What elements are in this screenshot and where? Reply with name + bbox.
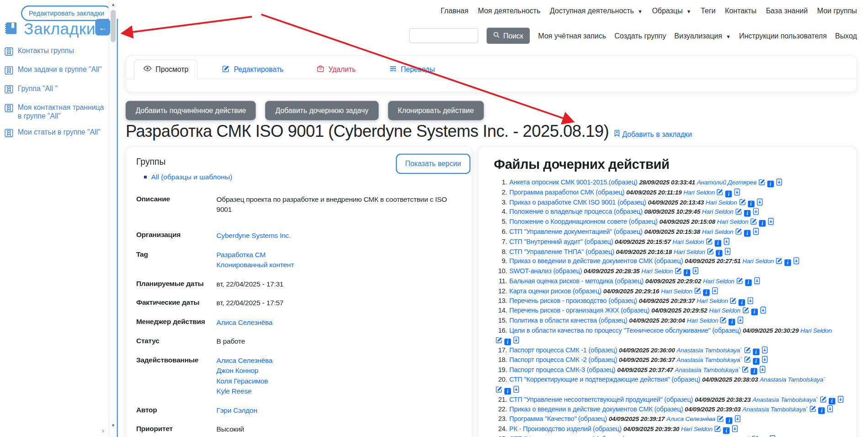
user-nav-item[interactable]: Выход: [835, 32, 857, 40]
tab-active[interactable]: Просмотр: [134, 59, 198, 80]
edit-icon[interactable]: [742, 356, 751, 364]
file-link[interactable]: Цели в области качества по процессу "Тех…: [509, 326, 741, 334]
edit-icon[interactable]: [692, 287, 701, 295]
download-icon[interactable]: [730, 425, 738, 433]
file-link[interactable]: Положение о Координационном совете (обра…: [509, 218, 657, 226]
file-author[interactable]: Hari Seldon: [709, 307, 740, 314]
file-author[interactable]: Hari Seldon: [661, 287, 692, 294]
file-link[interactable]: СТП "Управление записями" (образец): [509, 435, 625, 437]
info-icon[interactable]: i: [828, 398, 835, 405]
download-icon[interactable]: [766, 218, 774, 226]
file-link[interactable]: SWOT-анализ (образец): [509, 267, 582, 275]
download-icon[interactable]: [767, 435, 776, 437]
field-value-link[interactable]: Гэри Сэлдон: [217, 405, 257, 415]
edit-icon[interactable]: [494, 386, 502, 394]
file-link[interactable]: РК - Производство изделий (образец): [509, 425, 622, 433]
download-icon[interactable]: [735, 317, 744, 324]
edit-icon[interactable]: [740, 366, 749, 373]
user-nav-item[interactable]: Моя учётная запись: [538, 32, 606, 40]
info-icon[interactable]: i: [748, 200, 755, 207]
file-author[interactable]: Hari Seldon: [697, 297, 728, 304]
info-icon[interactable]: i: [723, 427, 730, 434]
file-author[interactable]: Анатолий Дегтярев: [697, 179, 756, 186]
field-value-link[interactable]: Коля Герасимов: [217, 376, 273, 386]
info-icon[interactable]: i: [745, 279, 752, 286]
download-icon[interactable]: [690, 267, 699, 275]
edit-icon[interactable]: [750, 435, 759, 437]
info-icon[interactable]: i: [726, 417, 733, 424]
info-icon[interactable]: i: [767, 181, 774, 188]
info-icon[interactable]: i: [819, 408, 825, 415]
edit-icon[interactable]: [718, 317, 727, 324]
add-to-bookmarks-link[interactable]: Добавить в закладки: [613, 129, 692, 138]
file-author[interactable]: Hari Seldon: [706, 199, 737, 205]
download-icon[interactable]: [732, 189, 741, 196]
file-author[interactable]: Anastasia Tambolskaya`: [676, 347, 742, 354]
bookmark-item[interactable]: Мои задачи в группе "All": [5, 65, 104, 77]
download-icon[interactable]: [759, 346, 768, 354]
download-icon[interactable]: [835, 395, 844, 403]
top-nav-item[interactable]: Моя деятельность: [478, 7, 540, 15]
top-nav-item[interactable]: Доступная деятельность ▼: [550, 7, 643, 15]
edit-icon[interactable]: [740, 307, 749, 314]
top-nav-item[interactable]: Контакты: [725, 7, 756, 15]
file-link[interactable]: Карта оценки рисков (образец): [509, 287, 602, 295]
info-icon[interactable]: i: [753, 348, 760, 355]
info-icon[interactable]: i: [744, 230, 751, 237]
bookmark-item[interactable]: Контакты группы: [5, 47, 104, 58]
download-icon[interactable]: [825, 405, 834, 413]
bookmark-item[interactable]: Мои статьи в группе "All": [5, 128, 104, 140]
tab-удалить[interactable]: Удалить: [308, 60, 365, 79]
field-value-link[interactable]: Kyle Reese: [217, 386, 273, 396]
top-nav-item[interactable]: Мои группы: [817, 7, 857, 15]
file-link[interactable]: Бальная оценка рисков - методика (образе…: [509, 277, 644, 285]
info-icon[interactable]: i: [753, 358, 760, 365]
download-icon[interactable]: [709, 287, 718, 295]
file-author[interactable]: Hari Seldon: [641, 268, 673, 275]
scroll-right-arrow-icon[interactable]: ›: [102, 427, 104, 435]
download-icon[interactable]: [511, 336, 520, 344]
file-author[interactable]: Hari Seldon: [702, 209, 734, 216]
edit-icon[interactable]: [715, 189, 724, 196]
file-link[interactable]: Программа "Качество" (образец): [509, 415, 607, 423]
file-link[interactable]: Перечень рисков - производство (образец): [509, 297, 637, 305]
download-icon[interactable]: [511, 386, 520, 394]
download-icon[interactable]: [733, 415, 741, 423]
field-value-link[interactable]: Cyberdyne Systems Inc.: [217, 231, 291, 240]
file-link[interactable]: Паспорт процесса СМК-3 (образец): [509, 366, 615, 373]
bookmark-item[interactable]: Группа "All ": [5, 84, 104, 96]
file-link[interactable]: Политика в области качества (образец): [509, 317, 627, 324]
file-author[interactable]: Hari Seldon: [717, 218, 749, 225]
edit-icon[interactable]: [748, 218, 757, 226]
file-link[interactable]: Приказ о введении в действие документов …: [509, 257, 683, 265]
field-value-link[interactable]: Алиса Селезнёва: [217, 356, 273, 365]
info-icon[interactable]: i: [751, 309, 758, 316]
edit-icon[interactable]: [735, 277, 743, 285]
file-link[interactable]: СТП "Корректирующие и подтверждающие дей…: [509, 376, 700, 383]
download-icon[interactable]: [791, 257, 800, 265]
info-icon[interactable]: i: [725, 190, 732, 197]
field-value-link[interactable]: Алиса Селезнёва: [217, 317, 273, 327]
file-author[interactable]: Hari Seldon: [683, 189, 715, 196]
info-icon[interactable]: i: [703, 289, 710, 296]
scroll-down-arrow-icon[interactable]: ▼: [109, 423, 117, 428]
edit-icon[interactable]: [756, 178, 765, 186]
file-link[interactable]: Положение о владельце процесса (образец): [509, 208, 643, 216]
top-nav-item[interactable]: Теги: [701, 7, 715, 15]
file-link[interactable]: Программа разработки СМК (образец): [509, 189, 624, 196]
edit-icon[interactable]: [737, 198, 746, 206]
info-icon[interactable]: i: [714, 240, 721, 247]
action-button[interactable]: Добавить подчинённое действие: [126, 101, 256, 120]
edit-icon[interactable]: [704, 237, 713, 245]
info-icon[interactable]: i: [716, 250, 723, 257]
bookmark-item[interactable]: Моя контактная транница в группе "All": [5, 103, 104, 121]
field-value-link[interactable]: Разработка СМ: [217, 250, 294, 259]
download-icon[interactable]: [774, 178, 783, 186]
download-icon[interactable]: [757, 366, 766, 373]
edit-icon[interactable]: [715, 415, 724, 423]
file-author[interactable]: Алиса Селезнёва: [666, 415, 715, 422]
edit-icon[interactable]: [808, 405, 817, 413]
scrollbar-thumb[interactable]: [111, 10, 116, 42]
file-author[interactable]: Anastasia Tambolskaya`: [676, 356, 742, 363]
download-icon[interactable]: [745, 297, 754, 305]
